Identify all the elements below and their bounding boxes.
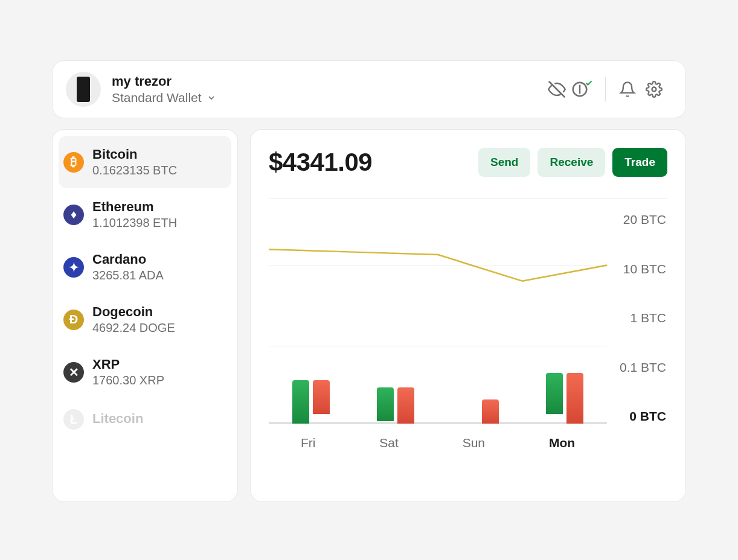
- sidebar-item-litecoin[interactable]: ŁLitecoin: [59, 398, 231, 441]
- coin-balance: 1.1012398 ETH: [92, 216, 177, 230]
- wallet-title-block: my trezor Standard Wallet: [112, 74, 216, 105]
- trade-button[interactable]: Trade: [612, 148, 667, 177]
- sidebar-item-dogecoin[interactable]: ÐDogecoin4692.24 DOGE: [59, 293, 231, 346]
- account-panel: $4341.09 Send Receive Trade 20 BTC10 BTC…: [250, 129, 686, 502]
- ethereum-icon: ♦: [63, 205, 84, 225]
- bar-out: [482, 399, 499, 424]
- sidebar-item-xrp[interactable]: ✕XRP1760.30 XRP: [59, 346, 231, 398]
- hide-balances-button[interactable]: [544, 76, 570, 103]
- trezor-device-icon: [77, 77, 90, 102]
- receive-button[interactable]: Receive: [537, 148, 605, 177]
- sidebar-item-bitcoin[interactable]: ₿Bitcoin0.1623135 BTC: [59, 136, 231, 188]
- chart-x-axis: FriSatSunMon: [269, 436, 667, 450]
- y-tick: 0.1 BTC: [607, 360, 666, 375]
- x-tick: Sun: [463, 436, 485, 450]
- coin-balance: 0.1623135 BTC: [92, 164, 177, 177]
- bar-group: [375, 387, 416, 424]
- coin-balance: 4692.24 DOGE: [92, 321, 175, 335]
- check-icon: [585, 80, 592, 87]
- bitcoin-icon: ₿: [63, 152, 84, 173]
- xrp-icon: ✕: [63, 362, 84, 383]
- eye-off-icon: [548, 80, 566, 98]
- chart-y-axis: 20 BTC10 BTC1 BTC0.1 BTC0 BTC: [607, 212, 667, 424]
- send-button[interactable]: Send: [478, 148, 530, 177]
- bar-group: [290, 380, 332, 424]
- divider: [269, 199, 667, 199]
- plot-area: [269, 212, 607, 424]
- y-tick: 20 BTC: [607, 212, 666, 227]
- bar-out: [566, 373, 583, 424]
- bar-group: [544, 373, 585, 424]
- x-tick: Sat: [379, 436, 399, 450]
- device-avatar: [66, 72, 101, 107]
- sidebar-item-ethereum[interactable]: ♦Ethereum1.1012398 ETH: [59, 188, 231, 241]
- passphrase-status-button[interactable]: [570, 76, 597, 103]
- y-tick: 1 BTC: [607, 311, 666, 325]
- bar-out: [313, 380, 330, 414]
- y-tick: 10 BTC: [607, 262, 666, 276]
- dogecoin-icon: Ð: [63, 310, 84, 330]
- bar-in: [377, 387, 394, 421]
- notifications-button[interactable]: [614, 76, 641, 103]
- settings-button[interactable]: [641, 76, 667, 103]
- bell-icon: [619, 81, 636, 98]
- svg-point-2: [652, 88, 656, 92]
- coin-name: Dogecoin: [92, 304, 175, 320]
- cardano-icon: ✦: [63, 257, 84, 278]
- header-bar: my trezor Standard Wallet: [52, 60, 686, 118]
- coin-balance: 1760.30 XRP: [92, 374, 164, 387]
- content-row: ₿Bitcoin0.1623135 BTC♦Ethereum1.1012398 …: [52, 129, 686, 502]
- coin-name: Cardano: [92, 252, 164, 267]
- bar-out: [397, 387, 414, 424]
- coin-name: Bitcoin: [92, 147, 177, 162]
- coin-balance: 3265.81 ADA: [92, 269, 164, 282]
- coin-name: XRP: [92, 357, 164, 372]
- fiat-balance: $4341.09: [269, 148, 372, 177]
- header-actions: [544, 76, 667, 103]
- separator: [605, 77, 606, 101]
- sidebar-item-cardano[interactable]: ✦Cardano3265.81 ADA: [59, 241, 231, 293]
- y-tick: 0 BTC: [607, 409, 666, 424]
- coin-name: Ethereum: [92, 199, 177, 215]
- x-tick: Fri: [301, 436, 316, 450]
- bar-group: [460, 399, 501, 424]
- coin-sidebar: ₿Bitcoin0.1623135 BTC♦Ethereum1.1012398 …: [52, 129, 238, 502]
- wallet-name: my trezor: [112, 74, 216, 89]
- wallet-type-label: Standard Wallet: [112, 91, 202, 105]
- volume-bars: [269, 212, 607, 424]
- gear-icon: [646, 81, 663, 98]
- litecoin-icon: Ł: [63, 409, 84, 430]
- coin-name: Litecoin: [92, 411, 143, 427]
- bar-in: [292, 380, 309, 424]
- chevron-down-icon: [207, 93, 216, 103]
- wallet-type-selector[interactable]: Standard Wallet: [112, 91, 216, 105]
- chart-area: 20 BTC10 BTC1 BTC0.1 BTC0 BTC: [269, 212, 667, 424]
- x-tick: Mon: [549, 436, 575, 450]
- bar-in: [546, 373, 563, 414]
